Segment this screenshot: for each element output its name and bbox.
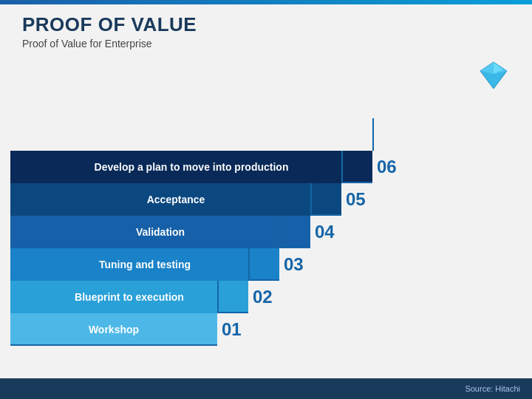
step-5-number: 05 [341,189,380,210]
step-2-number: 02 [248,287,287,307]
step-3-label: Tuning and testing [99,259,191,270]
step-6-label: Develop a plan to move into production [95,161,289,173]
connector-5h [341,182,372,183]
connector-4h [310,214,341,216]
connector-1 [217,281,219,313]
connector-3h [279,247,310,248]
step-3: Tuning and testing 03 [10,248,318,281]
step-1: Workshop 01 [10,313,256,346]
sub-title: Proof of Value for Enterprise [22,38,197,50]
step-1-label: Workshop [89,324,139,335]
step-4-number: 04 [310,222,349,242]
step-5-label: Acceptance [147,194,205,205]
connector-3 [279,216,281,248]
connector-2h [248,279,279,281]
base-line [10,344,217,346]
step-2-label: Blueprint to execution [75,291,184,303]
step-2-bar: Blueprint to execution [10,281,248,313]
connector-4 [310,183,312,216]
connector-1h [217,312,248,313]
step-6-bar: Develop a plan to move into production [10,151,372,183]
step-6-number: 06 [372,157,411,177]
step-3-number: 03 [279,254,318,275]
step-5-bar: Acceptance [10,183,341,216]
step-1-bar: Workshop [10,313,217,346]
slide: PROOF OF VALUE Proof of Value for Enterp… [0,0,532,399]
step-4: Validation 04 [10,216,349,248]
connector-2 [248,248,250,281]
main-title: PROOF OF VALUE [22,13,197,36]
step-5: Acceptance 05 [10,183,380,216]
top-bar [0,0,532,4]
header: PROOF OF VALUE Proof of Value for Enterp… [22,13,197,50]
source-text: Source: Hitachi [465,384,520,393]
diamond-icon [477,59,510,92]
connector-6 [372,118,374,151]
step-4-label: Validation [136,226,185,238]
bottom-bar: Source: Hitachi [0,378,532,399]
step-6: Develop a plan to move into production 0… [10,151,411,183]
step-2: Blueprint to execution 02 [10,281,287,313]
connector-5 [341,151,343,183]
step-4-bar: Validation [10,216,310,248]
step-1-number: 01 [217,319,256,340]
step-3-bar: Tuning and testing [10,248,279,281]
